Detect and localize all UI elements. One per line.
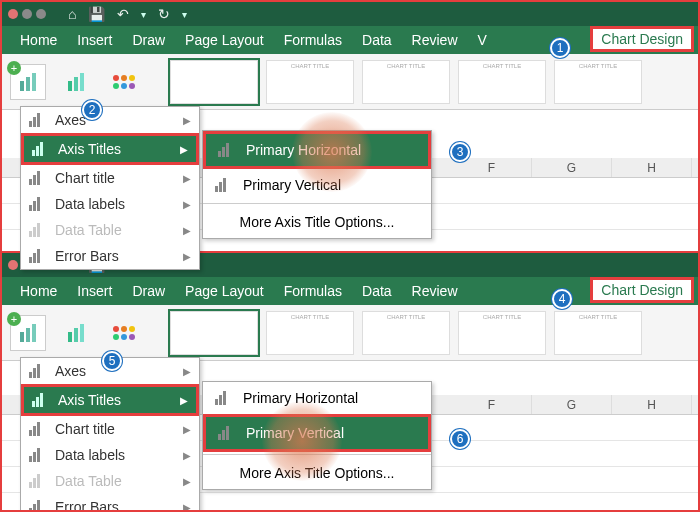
chevron-right-icon: ▶ bbox=[183, 424, 191, 435]
chevron-right-icon: ▶ bbox=[183, 450, 191, 461]
data-labels-icon bbox=[29, 197, 47, 211]
tab-page-layout[interactable]: Page Layout bbox=[179, 29, 270, 51]
chevron-right-icon: ▶ bbox=[183, 502, 191, 513]
change-colors-button[interactable] bbox=[106, 315, 142, 351]
change-colors-button[interactable] bbox=[106, 64, 142, 100]
chart-style-thumb[interactable]: CHART TITLE bbox=[362, 311, 450, 355]
step-badge-1: 1 bbox=[550, 38, 570, 58]
bars-icon bbox=[68, 324, 84, 342]
menu-data-labels[interactable]: Data labels▶ bbox=[21, 191, 199, 217]
chevron-right-icon: ▶ bbox=[180, 144, 188, 155]
chart-style-thumb[interactable]: CHART TITLE bbox=[362, 60, 450, 104]
chart-style-thumb[interactable]: CHART TITLE bbox=[266, 60, 354, 104]
menu-data-labels[interactable]: Data labels▶ bbox=[21, 442, 199, 468]
data-labels-icon bbox=[29, 448, 47, 462]
horiz-axis-icon bbox=[215, 391, 233, 405]
axis-titles-icon bbox=[32, 393, 50, 407]
menu-axes[interactable]: Axes▶ bbox=[21, 107, 199, 133]
submenu-primary-horizontal[interactable]: Primary Horizontal bbox=[203, 382, 431, 414]
ribbon-row: + CHART TITLE CHART TITLE CHART TITLE CH… bbox=[2, 54, 698, 110]
tab-review[interactable]: Review bbox=[406, 29, 464, 51]
submenu-more-options[interactable]: More Axis Title Options... bbox=[203, 457, 431, 489]
divider bbox=[203, 203, 431, 204]
menu-axis-titles[interactable]: Axis Titles▶ bbox=[21, 133, 199, 165]
tab-insert[interactable]: Insert bbox=[71, 280, 118, 302]
window-close-icon[interactable] bbox=[8, 9, 18, 19]
submenu-primary-vertical[interactable]: Primary Vertical bbox=[203, 169, 431, 201]
add-chart-element-button[interactable]: + bbox=[10, 64, 46, 100]
save-icon[interactable]: 💾 bbox=[88, 6, 105, 22]
tab-home[interactable]: Home bbox=[14, 29, 63, 51]
window-close-icon[interactable] bbox=[8, 260, 18, 270]
chevron-right-icon: ▶ bbox=[183, 251, 191, 262]
add-element-dropdown: Axes▶ Axis Titles▶ Chart title▶ Data lab… bbox=[20, 106, 200, 270]
tab-chart-design[interactable]: Chart Design bbox=[590, 277, 694, 303]
menu-error-bars[interactable]: Error Bars▶ bbox=[21, 243, 199, 269]
quick-layout-button[interactable] bbox=[58, 64, 94, 100]
step-badge-4: 4 bbox=[552, 289, 572, 309]
chart-style-thumb[interactable]: CHART TITLE bbox=[554, 60, 642, 104]
quick-layout-button[interactable] bbox=[58, 315, 94, 351]
chart-style-thumb[interactable]: CHART TITLE bbox=[266, 311, 354, 355]
undo-icon[interactable]: ↶ bbox=[117, 6, 129, 22]
tab-page-layout[interactable]: Page Layout bbox=[179, 280, 270, 302]
undo-dropdown-icon[interactable]: ▾ bbox=[141, 9, 146, 20]
col-header[interactable]: H bbox=[612, 158, 692, 177]
tab-review[interactable]: Review bbox=[406, 280, 464, 302]
qat-customize-icon[interactable]: ▾ bbox=[182, 9, 187, 20]
chevron-right-icon: ▶ bbox=[183, 476, 191, 487]
tab-home[interactable]: Home bbox=[14, 280, 63, 302]
col-header[interactable]: G bbox=[532, 395, 612, 414]
ribbon-tabs: Home Insert Draw Page Layout Formulas Da… bbox=[2, 26, 698, 54]
menu-data-table[interactable]: Data Table▶ bbox=[21, 217, 199, 243]
chart-style-thumb[interactable]: CHART TITLE bbox=[458, 60, 546, 104]
submenu-more-options[interactable]: More Axis Title Options... bbox=[203, 206, 431, 238]
chevron-right-icon: ▶ bbox=[183, 115, 191, 126]
chart-style-thumb[interactable]: CHART TITLE bbox=[458, 311, 546, 355]
ribbon-tabs: Home Insert Draw Page Layout Formulas Da… bbox=[2, 277, 698, 305]
col-header[interactable]: F bbox=[452, 395, 532, 414]
menu-data-table[interactable]: Data Table▶ bbox=[21, 468, 199, 494]
window-min-icon[interactable] bbox=[22, 9, 32, 19]
tab-formulas[interactable]: Formulas bbox=[278, 280, 348, 302]
color-dots-icon bbox=[113, 75, 135, 89]
tab-data[interactable]: Data bbox=[356, 280, 398, 302]
add-chart-element-button[interactable]: + bbox=[10, 315, 46, 351]
chart-styles: CHART TITLE CHART TITLE CHART TITLE CHAR… bbox=[170, 60, 642, 104]
axes-icon bbox=[29, 364, 47, 378]
submenu-primary-horizontal[interactable]: Primary Horizontal bbox=[203, 131, 431, 169]
menu-chart-title[interactable]: Chart title▶ bbox=[21, 416, 199, 442]
chart-style-thumb[interactable] bbox=[170, 60, 258, 104]
home-icon[interactable]: ⌂ bbox=[68, 6, 76, 22]
tab-insert[interactable]: Insert bbox=[71, 29, 118, 51]
add-element-dropdown: Axes▶ Axis Titles▶ Chart title▶ Data lab… bbox=[20, 357, 200, 512]
bars-icon bbox=[68, 73, 84, 91]
step-badge-5: 5 bbox=[102, 351, 122, 371]
tab-draw[interactable]: Draw bbox=[126, 29, 171, 51]
col-header[interactable]: H bbox=[612, 395, 692, 414]
chart-style-thumb[interactable] bbox=[170, 311, 258, 355]
redo-icon[interactable]: ↻ bbox=[158, 6, 170, 22]
submenu-primary-vertical[interactable]: Primary Vertical bbox=[203, 414, 431, 452]
tab-data[interactable]: Data bbox=[356, 29, 398, 51]
tab-draw[interactable]: Draw bbox=[126, 280, 171, 302]
tab-view-cut[interactable]: V bbox=[472, 29, 493, 51]
chart-title-icon bbox=[29, 422, 47, 436]
window-max-icon[interactable] bbox=[36, 9, 46, 19]
tab-chart-design[interactable]: Chart Design bbox=[590, 26, 694, 52]
vert-axis-icon bbox=[218, 426, 236, 440]
error-bars-icon bbox=[29, 500, 47, 512]
menu-axis-titles[interactable]: Axis Titles▶ bbox=[21, 384, 199, 416]
vert-axis-icon bbox=[215, 178, 233, 192]
axes-icon bbox=[29, 113, 47, 127]
tab-formulas[interactable]: Formulas bbox=[278, 29, 348, 51]
chart-style-thumb[interactable]: CHART TITLE bbox=[554, 311, 642, 355]
chart-title-icon bbox=[29, 171, 47, 185]
menu-chart-title[interactable]: Chart title▶ bbox=[21, 165, 199, 191]
axis-titles-submenu: Primary Horizontal Primary Vertical More… bbox=[202, 130, 432, 239]
error-bars-icon bbox=[29, 249, 47, 263]
menu-error-bars[interactable]: Error Bars▶ bbox=[21, 494, 199, 512]
chevron-right-icon: ▶ bbox=[183, 173, 191, 184]
col-header[interactable]: G bbox=[532, 158, 612, 177]
plus-badge-icon: + bbox=[7, 61, 21, 75]
